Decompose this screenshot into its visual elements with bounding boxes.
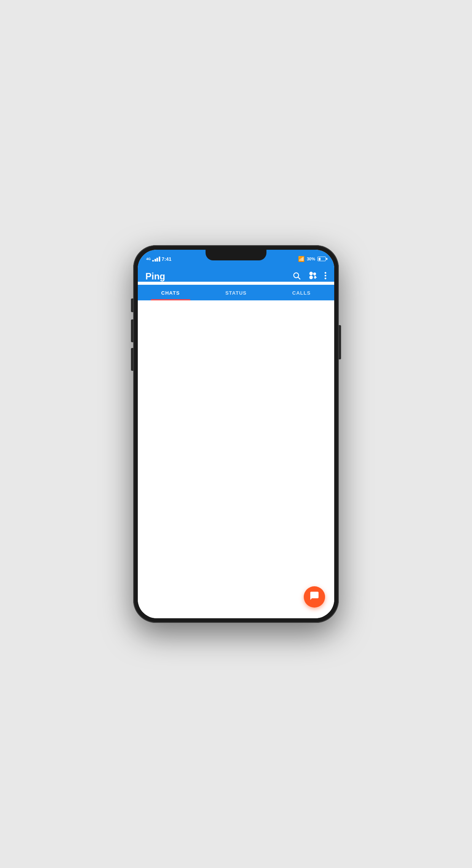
header-actions bbox=[292, 271, 327, 282]
new-chat-fab[interactable] bbox=[304, 586, 325, 608]
status-bar: 4G 7:41 📶 30% bbox=[138, 250, 334, 266]
battery-fill bbox=[319, 258, 321, 260]
battery-icon bbox=[317, 257, 326, 261]
status-time: 7:41 bbox=[162, 256, 172, 262]
network-type: 4G bbox=[146, 257, 151, 261]
content-area bbox=[138, 300, 334, 618]
wifi-icon: 📶 bbox=[298, 256, 305, 262]
tab-calls[interactable]: CALLS bbox=[269, 285, 334, 300]
search-icon[interactable] bbox=[292, 271, 301, 282]
add-contact-icon[interactable] bbox=[308, 271, 317, 282]
tab-status[interactable]: STATUS bbox=[203, 285, 269, 300]
signal-bar-2 bbox=[155, 259, 156, 262]
more-options-icon[interactable] bbox=[324, 271, 327, 282]
phone-screen: 4G 7:41 📶 30% Ping bbox=[138, 250, 334, 618]
volume-up-button bbox=[131, 319, 133, 342]
phone-frame: 4G 7:41 📶 30% Ping bbox=[133, 245, 339, 623]
signal-bar-1 bbox=[152, 260, 154, 262]
svg-point-4 bbox=[325, 278, 327, 279]
volume-down-button bbox=[131, 348, 133, 371]
tabs-bar: CHATS STATUS CALLS bbox=[138, 285, 334, 300]
signal-bar-3 bbox=[156, 258, 158, 262]
new-chat-icon bbox=[309, 591, 319, 603]
svg-point-2 bbox=[325, 272, 327, 274]
battery-percentage: 30% bbox=[307, 257, 315, 261]
power-button bbox=[339, 325, 341, 359]
volume-mute-button bbox=[131, 298, 133, 312]
status-bar-right: 📶 30% bbox=[298, 256, 326, 262]
tab-chats[interactable]: CHATS bbox=[138, 285, 203, 300]
svg-point-3 bbox=[325, 274, 327, 276]
svg-line-1 bbox=[298, 277, 300, 279]
notch bbox=[206, 250, 266, 260]
status-bar-left: 4G 7:41 bbox=[146, 256, 172, 262]
signal-bar-4 bbox=[159, 257, 160, 262]
signal-icon bbox=[152, 257, 160, 262]
app-title: Ping bbox=[145, 271, 165, 282]
app-header: Ping bbox=[138, 266, 334, 282]
